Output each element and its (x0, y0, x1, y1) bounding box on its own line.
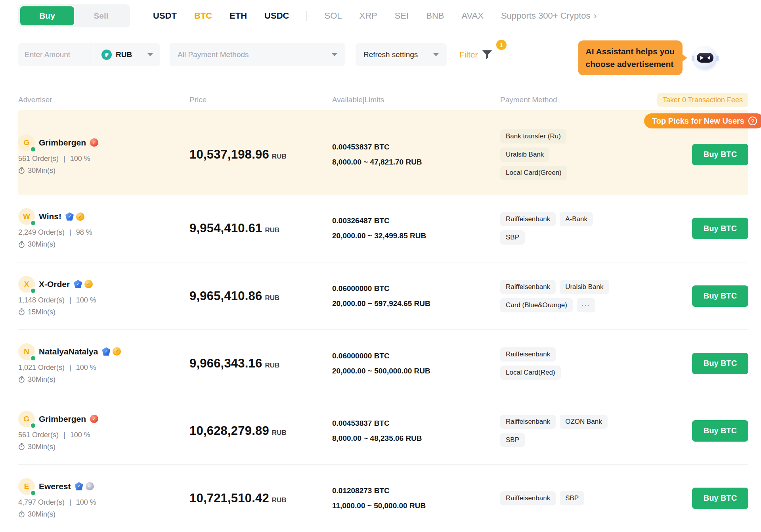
price-value: 10,721,510.42 (189, 491, 269, 505)
tab-bnb[interactable]: BNB (426, 11, 444, 21)
stopwatch-icon (18, 167, 25, 174)
tab-usdt[interactable]: USDT (153, 11, 177, 21)
advertiser-badges: ✓✓ (102, 347, 121, 356)
payment-more-pill[interactable]: ··· (577, 298, 595, 312)
chevron-right-icon: › (594, 10, 597, 21)
payment-method-pill: SBP (500, 433, 525, 447)
buy-btc-button[interactable]: Buy BTC (692, 218, 748, 239)
buy-btc-button[interactable]: Buy BTC (692, 420, 748, 442)
order-limits: 20,000.00 ~ 597,924.65 RUB (332, 299, 500, 308)
advertiser-name[interactable]: NatalyaNatalya (39, 347, 98, 356)
stats-separator: | (69, 498, 71, 507)
payment-method-pill: Uralsib Bank (560, 280, 609, 294)
medal-red-badge: ✓ (90, 415, 98, 423)
online-status-dot (31, 491, 35, 495)
filter-count-badge: 1 (496, 40, 507, 50)
online-status-dot (31, 423, 35, 428)
stats-separator: | (69, 296, 71, 304)
tab-sol[interactable]: SOL (324, 11, 342, 21)
tab-avax[interactable]: AVAX (461, 11, 483, 21)
buy-btc-button[interactable]: Buy BTC (692, 144, 748, 165)
help-circle-icon[interactable]: ? (748, 117, 757, 125)
buy-btc-button[interactable]: Buy BTC (692, 488, 748, 509)
refresh-settings-label: Refresh settings (363, 50, 433, 59)
payment-method-pill: Uralsib Bank (500, 147, 549, 162)
ai-robot-icon[interactable] (694, 47, 717, 69)
amount-input[interactable] (18, 43, 94, 66)
online-status-dot (31, 221, 35, 225)
payment-methods-select[interactable]: All Payment Methods (170, 43, 345, 66)
payment-method-pill: Raiffeisenbank (500, 415, 556, 429)
tab-usdc[interactable]: USDC (264, 11, 289, 21)
tab-eth[interactable]: ETH (229, 11, 247, 21)
refresh-settings-select[interactable]: Refresh settings (356, 43, 447, 66)
amount-control: ₽ RUB (18, 43, 160, 66)
tab-xrp[interactable]: XRP (359, 11, 377, 21)
diamond-badge: ✓ (75, 482, 83, 490)
order-count: 1,148 Order(s) (18, 296, 65, 304)
available-limits-cell: 0.06000000 BTC 20,000.00 ~ 597,924.65 RU… (332, 284, 500, 308)
avatar-letter: W (23, 212, 30, 221)
currency-select[interactable]: ₽ RUB (94, 43, 160, 66)
advertiser-avatar[interactable]: G (18, 411, 35, 427)
supports-label: Supports 300+ Cryptos (501, 11, 591, 21)
online-status-dot (31, 289, 35, 293)
online-status-dot (31, 356, 35, 360)
price-currency: RUB (265, 362, 279, 369)
payment-methods-cell: RaiffeisenbankUralsib BankCard (Blue&Ora… (500, 280, 650, 312)
advertiser-name[interactable]: Ewerest (39, 482, 71, 491)
payment-window: 30Min(s) (28, 166, 55, 175)
price-cell: 9,954,410.61 RUB (189, 221, 332, 235)
payment-methods-cell: RaiffeisenbankSBP (500, 491, 650, 505)
buy-tab[interactable]: Buy (20, 6, 74, 25)
tab-btc[interactable]: BTC (194, 11, 212, 21)
filter-label: Filter (459, 50, 478, 59)
advertiser-avatar[interactable]: G (18, 134, 35, 151)
price-currency: RUB (272, 429, 287, 437)
tab-sei[interactable]: SEI (395, 11, 409, 21)
advertiser-name[interactable]: Grimbergen (39, 414, 86, 424)
payment-method-pill: Raiffeisenbank (500, 212, 556, 226)
sell-tab[interactable]: Sell (74, 6, 128, 25)
filter-button[interactable]: Filter 1 (459, 50, 492, 59)
column-header-price: Price (189, 96, 332, 104)
stopwatch-icon (18, 308, 25, 316)
advertiser-avatar[interactable]: W (18, 208, 35, 225)
completion-rate: 100 % (76, 498, 96, 507)
advertiser-name[interactable]: Grimbergen (39, 138, 86, 147)
medal-gray-badge: ✓ (86, 482, 94, 490)
advertiser-badges: ✓✓ (74, 280, 93, 288)
price-cell: 10,721,510.42 RUB (189, 491, 332, 505)
offer-row: G Grimbergen ✓ 561 Order(s) | 100 % 30Mi… (18, 397, 748, 464)
payment-methods-cell: RaiffeisenbankA-BankSBP (500, 212, 650, 245)
advertiser-badges: ✓✓ (65, 212, 84, 221)
advertiser-badges: ✓ (90, 415, 98, 423)
tabs-divider (306, 11, 307, 21)
payment-method-pill: SBP (560, 491, 584, 505)
ai-assistant-bubble[interactable]: AI Assistant helps you choose advertisem… (578, 40, 683, 75)
order-count: 4,797 Order(s) (18, 498, 65, 507)
completion-rate: 100 % (70, 155, 90, 163)
advertiser-avatar[interactable]: N (18, 343, 35, 360)
payment-method-pill: A-Bank (560, 212, 593, 226)
payment-window: 30Min(s) (28, 375, 55, 384)
offer-row: X X-Order ✓✓ 1,148 Order(s) | 100 % 15Mi… (18, 262, 748, 329)
avatar-letter: X (24, 280, 29, 289)
price-cell: 9,965,410.86 RUB (189, 289, 332, 303)
buy-btc-button[interactable]: Buy BTC (692, 353, 748, 374)
supports-more-cryptos-link[interactable]: Supports 300+ Cryptos › (501, 10, 597, 21)
available-amount: 0.00453837 BTC (332, 143, 500, 151)
advertiser-name[interactable]: Wins! (39, 212, 61, 221)
advertiser-avatar[interactable]: X (18, 276, 35, 293)
advertiser-avatar[interactable]: E (18, 478, 35, 495)
table-header: Advertiser Price Available|Limits Paymen… (18, 90, 748, 110)
filter-bar: ₽ RUB All Payment Methods Refresh settin… (18, 43, 748, 67)
buy-btc-button[interactable]: Buy BTC (692, 285, 748, 307)
price-value: 9,965,410.86 (189, 289, 262, 303)
stopwatch-icon (18, 511, 25, 518)
advertiser-name[interactable]: X-Order (39, 279, 70, 289)
payment-window: 30Min(s) (28, 443, 55, 451)
advertiser-stats: 561 Order(s) | 100 % (18, 431, 189, 439)
order-limits: 8,000.00 ~ 47,821.70 RUB (332, 158, 500, 166)
price-value: 10,537,198.96 (189, 147, 269, 162)
